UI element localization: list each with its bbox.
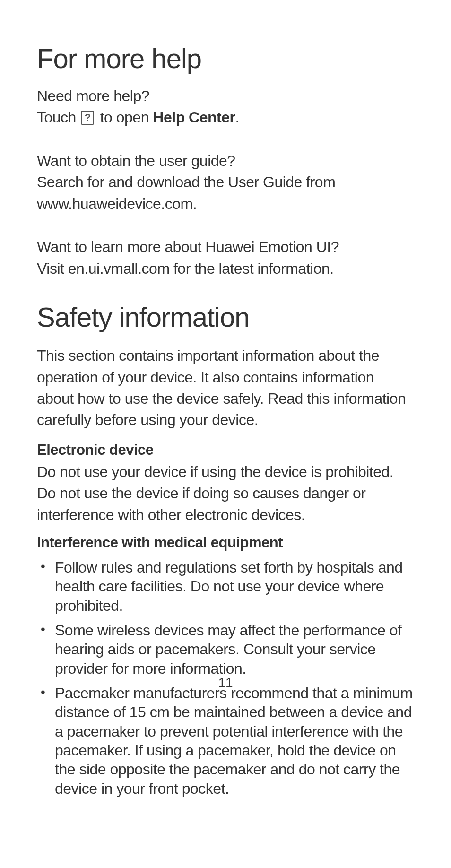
page-number: 11 bbox=[0, 675, 451, 690]
help-p1-period: . bbox=[235, 109, 239, 126]
list-item: Some wireless devices may affect the per… bbox=[37, 621, 414, 678]
electronic-device-body: Do not use your device if using the devi… bbox=[37, 461, 414, 526]
help-paragraph-1: Need more help? Touch to open Help Cente… bbox=[37, 86, 414, 129]
safety-intro: This section contains important informat… bbox=[37, 345, 414, 431]
help-p3-body: Visit en.ui.vmall.com for the latest inf… bbox=[37, 260, 334, 277]
help-paragraph-3: Want to learn more about Huawei Emotion … bbox=[37, 236, 414, 279]
help-icon bbox=[81, 111, 94, 125]
help-p2-question: Want to obtain the user guide? bbox=[37, 152, 235, 169]
help-center-label: Help Center bbox=[153, 109, 235, 126]
heading-safety-information: Safety information bbox=[37, 301, 414, 333]
list-item: Follow rules and regulations set forth b… bbox=[37, 558, 414, 615]
subhead-medical-equipment: Interference with medical equipment bbox=[37, 534, 414, 551]
list-item: Pacemaker manufacturers recommend that a… bbox=[37, 684, 414, 798]
subhead-electronic-device: Electronic device bbox=[37, 442, 414, 459]
heading-for-more-help: For more help bbox=[37, 43, 414, 74]
help-p2-body: Search for and download the User Guide f… bbox=[37, 174, 335, 212]
help-p3-question: Want to learn more about Huawei Emotion … bbox=[37, 238, 339, 255]
help-p1-touch: Touch bbox=[37, 109, 80, 126]
help-p1-question: Need more help? bbox=[37, 87, 149, 104]
help-p1-toopen: to open bbox=[96, 109, 153, 126]
help-paragraph-2: Want to obtain the user guide? Search fo… bbox=[37, 150, 414, 215]
